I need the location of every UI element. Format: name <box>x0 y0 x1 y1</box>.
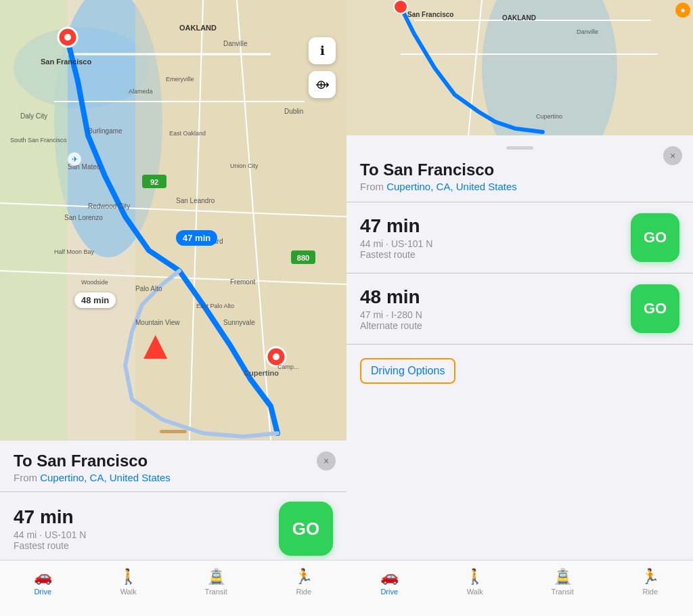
route-info-left: 47 min 44 mi · US-101 N Fastest route <box>14 506 86 551</box>
svg-text:San Francisco: San Francisco <box>41 58 91 66</box>
svg-text:Danville: Danville <box>223 40 248 47</box>
drag-handle[interactable] <box>160 430 187 433</box>
divider-right-1 <box>346 202 693 202</box>
svg-point-16 <box>64 34 71 41</box>
svg-point-18 <box>273 353 280 360</box>
svg-text:Palo Alto: Palo Alto <box>135 285 162 292</box>
destination-title-left: To San Francisco <box>14 452 333 470</box>
svg-text:880: 880 <box>297 254 309 262</box>
svg-text:Burlingame: Burlingame <box>88 127 122 135</box>
svg-text:Sunnyvale: Sunnyvale <box>223 319 255 326</box>
tab-drive-left[interactable]: 🚗 Drive <box>34 568 52 596</box>
tab-transit-right[interactable]: 🚊 Transit <box>552 568 574 596</box>
driving-options-button[interactable]: Driving Options <box>360 358 455 384</box>
route-details-right-2: 47 mi · I-280 N <box>360 309 422 320</box>
svg-text:San Francisco: San Francisco <box>407 11 453 18</box>
walk-icon-right: 🚶 <box>466 568 484 586</box>
transit-icon-left: 🚊 <box>207 568 225 586</box>
map-pin-right: ● <box>675 3 690 18</box>
destination-title-right: To San Francisco <box>360 160 679 179</box>
svg-text:Dublin: Dublin <box>284 108 303 115</box>
tab-ride-left[interactable]: 🏃 Ride <box>294 568 313 596</box>
info-button[interactable]: ℹ <box>309 37 336 64</box>
route-info-right-1: 47 min 44 mi · US-101 N Fastest route <box>360 215 432 260</box>
svg-rect-3 <box>0 0 68 440</box>
route-row-right-1: 47 min 44 mi · US-101 N Fastest route GO <box>360 213 679 262</box>
left-map: 92 880 San Francisco OAKLAND Danville Da… <box>0 0 346 440</box>
from-link-left[interactable]: Cupertino, CA, United States <box>40 472 171 483</box>
route-time-right-1: 47 min <box>360 215 432 237</box>
ride-icon-right: 🏃 <box>641 568 659 586</box>
svg-text:Camp...: Camp... <box>277 364 299 370</box>
svg-text:Half Moon Bay: Half Moon Bay <box>54 248 95 255</box>
route-row-left: 47 min 44 mi · US-101 N Fastest route GO <box>14 502 333 556</box>
svg-point-52 <box>394 0 407 14</box>
tab-bar-right: 🚗 Drive 🚶 Walk 🚊 Transit 🏃 Ride <box>346 560 693 616</box>
tab-ride-right[interactable]: 🏃 Ride <box>641 568 659 596</box>
route-details-right-1: 44 mi · US-101 N <box>360 238 432 249</box>
go-button-left[interactable]: GO <box>279 502 333 556</box>
route-bubble-47: 47 min <box>176 230 217 246</box>
route-time-left: 47 min <box>14 506 86 528</box>
divider-right-3 <box>346 344 693 345</box>
tab-walk-left[interactable]: 🚶 Walk <box>119 568 137 596</box>
drive-icon-left: 🚗 <box>34 568 52 586</box>
svg-text:South San Francisco: South San Francisco <box>10 137 67 144</box>
svg-text:92: 92 <box>150 178 158 186</box>
route-bubble-48: 48 min <box>74 292 116 308</box>
go-button-right-1[interactable]: GO <box>631 213 679 262</box>
divider-right-2 <box>346 273 693 273</box>
route-tag-left: Fastest route <box>14 540 86 551</box>
svg-text:East Oakland: East Oakland <box>169 130 206 137</box>
svg-text:✈: ✈ <box>72 155 78 163</box>
route-tag-right-2: Alternate route <box>360 320 422 331</box>
svg-text:OAKLAND: OAKLAND <box>179 24 217 32</box>
route-tag-right-1: Fastest route <box>360 249 432 260</box>
close-button-right[interactable]: × <box>663 146 682 165</box>
walk-icon-left: 🚶 <box>119 568 137 586</box>
drag-handle-right[interactable] <box>506 146 533 150</box>
svg-text:Woodside: Woodside <box>81 279 108 286</box>
svg-text:Cupertino: Cupertino <box>244 369 279 377</box>
svg-text:Redwood City: Redwood City <box>88 202 130 210</box>
from-label-right: From Cupertino, CA, United States <box>360 181 679 192</box>
svg-text:Union City: Union City <box>230 162 259 169</box>
location-button[interactable]: ⟴ <box>309 71 336 98</box>
tab-bar-left: 🚗 Drive 🚶 Walk 🚊 Transit 🏃 Ride <box>0 560 346 616</box>
left-panel: 92 880 San Francisco OAKLAND Danville Da… <box>0 0 346 616</box>
svg-text:OAKLAND: OAKLAND <box>502 14 536 22</box>
divider-left <box>0 491 346 492</box>
svg-text:East Palo Alto: East Palo Alto <box>196 303 234 309</box>
svg-text:Cupertino: Cupertino <box>536 113 562 120</box>
svg-text:Alameda: Alameda <box>129 88 153 95</box>
go-button-right-2[interactable]: GO <box>631 284 679 333</box>
svg-text:San Leandro: San Leandro <box>176 197 215 204</box>
svg-text:Fremont: Fremont <box>230 278 255 286</box>
svg-text:Daly City: Daly City <box>20 112 47 120</box>
close-button-left[interactable]: × <box>317 452 336 470</box>
ride-icon-left: 🏃 <box>294 568 313 586</box>
tab-transit-left[interactable]: 🚊 Transit <box>205 568 227 596</box>
red-arrow: ▲ <box>135 325 175 366</box>
tab-drive-right[interactable]: 🚗 Drive <box>380 568 399 596</box>
tab-walk-right[interactable]: 🚶 Walk <box>466 568 484 596</box>
right-panel: San Francisco OAKLAND Danville Cupertino… <box>346 0 693 616</box>
right-map: San Francisco OAKLAND Danville Cupertino… <box>346 0 693 135</box>
transit-icon-right: 🚊 <box>554 568 572 586</box>
drive-icon-right: 🚗 <box>380 568 399 586</box>
svg-rect-4 <box>135 0 346 440</box>
route-time-right-2: 48 min <box>360 286 422 308</box>
route-info-right-2: 48 min 47 mi · I-280 N Alternate route <box>360 286 422 331</box>
right-sheet: × To San Francisco From Cupertino, CA, U… <box>346 135 693 560</box>
from-link-right[interactable]: Cupertino, CA, United States <box>386 181 517 192</box>
route-details-left: 44 mi · US-101 N <box>14 529 86 540</box>
from-label-left: From Cupertino, CA, United States <box>14 472 333 483</box>
svg-text:Emeryville: Emeryville <box>166 76 194 83</box>
route-row-right-2: 48 min 47 mi · I-280 N Alternate route G… <box>360 284 679 333</box>
svg-text:San Lorenzo: San Lorenzo <box>64 214 103 221</box>
svg-text:Danville: Danville <box>577 28 598 35</box>
